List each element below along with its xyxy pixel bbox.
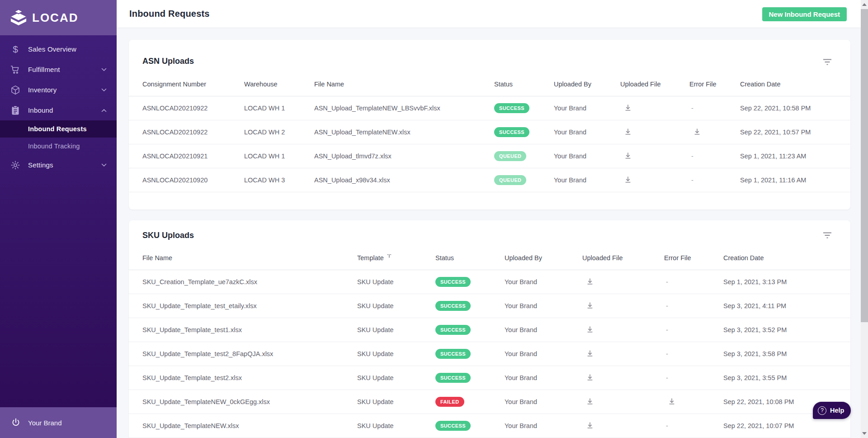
download-icon[interactable] [586,398,594,405]
error-file-cell: - [664,374,723,381]
brand-label: Your Brand [28,419,62,427]
sku-table-header: File Name Template Status Uploaded By Up… [129,246,850,270]
column-header: Uploaded File [620,81,689,88]
scroll-up-arrow-icon[interactable] [862,3,867,6]
error-file-cell: - [664,278,723,286]
logo-text: LOCAD [32,11,78,25]
template-cell: SKU Update [357,326,435,333]
download-icon[interactable] [586,326,594,333]
file-name-cell: SKU_Update_Template_test2.xlsx [142,374,357,381]
sidebar-item-sales-overview[interactable]: $ Sales Overview [0,39,117,59]
new-inbound-request-button[interactable]: New Inbound Request [762,7,847,21]
column-header-template-sort[interactable]: Template [357,254,435,262]
vertical-scrollbar[interactable] [861,0,868,438]
sidebar: LOCAD $ Sales Overview Fulfillment Inven… [0,0,117,438]
sidebar-item-settings[interactable]: Settings [0,155,117,175]
sidebar-item-inbound-tracking[interactable]: Inbound Tracking [0,138,117,155]
gear-icon [10,160,20,170]
sidebar-nav: $ Sales Overview Fulfillment Inventory I… [0,35,117,175]
warehouse-cell: LOCAD WH 1 [244,105,314,112]
chevron-down-icon [101,68,107,71]
creation-date-cell: Sep 3, 2021, 3:58 PM [723,350,837,357]
sort-ascending-icon [387,254,392,258]
file-name-cell: SKU_Update_Template_test2_8FapQJA.xlsx [142,350,357,357]
uploaded-by-cell: Your Brand [505,278,582,286]
creation-date-cell: Sep 1, 2021, 11:16 AM [740,176,837,184]
asn-card-title: ASN Uploads [142,40,850,67]
status-badge: SUCCESS [435,301,471,311]
error-file-cell: - [689,105,740,112]
creation-date-cell: Sep 22, 2021, 10:58 PM [740,105,837,112]
status-badge: SUCCESS [435,325,471,335]
column-header: Consignment Number [142,81,244,88]
table-row: SKU_Update_TemplateNEW.xlsx SKU Update S… [129,414,850,438]
download-icon[interactable] [624,152,632,159]
download-icon[interactable] [624,176,632,183]
sku-uploads-card: SKU Uploads File Name Template Status Up… [129,220,850,438]
table-row: ASNLOCAD20210922 LOCAD WH 2 ASN_Upload_T… [129,120,850,144]
warehouse-cell: LOCAD WH 3 [244,176,314,184]
sidebar-item-label: Inbound [28,106,53,114]
warehouse-cell: LOCAD WH 1 [244,152,314,160]
column-header: Status [435,254,505,262]
download-icon[interactable] [586,422,594,429]
download-icon[interactable] [586,302,594,309]
download-icon[interactable] [586,374,594,381]
download-icon[interactable] [586,350,594,357]
sidebar-subitem-label: Inbound Tracking [28,143,80,150]
sku-card-title: SKU Uploads [142,220,850,241]
error-file-cell: - [664,302,723,309]
download-icon[interactable] [668,398,675,405]
creation-date-cell: Sep 1, 2021, 11:23 AM [740,152,837,160]
download-icon[interactable] [693,128,701,135]
creation-date-cell: Sep 1, 2021, 3:13 PM [723,278,837,286]
download-icon[interactable] [624,128,632,135]
consignment-cell: ASNLOCAD20210922 [142,105,244,112]
filter-icon[interactable] [823,232,831,238]
download-icon[interactable] [586,278,594,285]
sidebar-footer-brand[interactable]: Your Brand [0,407,117,438]
uploaded-by-cell: Your Brand [505,422,582,429]
status-badge: SUCCESS [435,349,471,359]
scrollbar-thumb[interactable] [861,9,868,322]
sidebar-item-label: Settings [28,161,53,169]
status-badge: QUEUED [494,151,526,161]
template-cell: SKU Update [357,398,435,405]
uploaded-by-cell: Your Brand [505,398,582,405]
consignment-cell: ASNLOCAD20210922 [142,129,244,136]
table-row: SKU_Update_Template_test_etaily.xlsx SKU… [129,294,850,318]
column-header: Status [494,81,554,88]
uploaded-by-cell: Your Brand [505,302,582,309]
help-button[interactable]: ? Help [813,402,851,419]
sidebar-item-label: Inventory [28,86,57,94]
status-badge: SUCCESS [494,127,529,137]
sidebar-item-fulfillment[interactable]: Fulfillment [0,59,117,80]
logo[interactable]: LOCAD [0,0,117,35]
asn-table-header: Consignment Number Warehouse File Name S… [129,72,850,96]
creation-date-cell: Sep 3, 2021, 3:55 PM [723,374,837,381]
sidebar-item-inventory[interactable]: Inventory [0,80,117,100]
error-file-cell: - [689,176,740,184]
template-cell: SKU Update [357,422,435,429]
scroll-down-arrow-icon[interactable] [862,432,867,435]
file-name-cell: SKU_Update_TemplateNEW_0ckGEgg.xlsx [142,398,357,405]
template-cell: SKU Update [357,278,435,286]
status-badge: QUEUED [494,175,526,185]
sidebar-item-inbound[interactable]: Inbound [0,100,117,120]
filter-icon[interactable] [823,59,831,65]
help-label: Help [830,407,844,414]
column-header: Uploaded By [554,81,620,88]
status-badge: SUCCESS [435,421,471,431]
chevron-up-icon [101,109,107,112]
template-cell: SKU Update [357,374,435,381]
uploaded-by-cell: Your Brand [554,129,620,136]
error-file-cell: - [664,326,723,333]
column-header: Error File [664,254,723,262]
column-header: Uploaded File [582,254,664,262]
template-cell: SKU Update [357,350,435,357]
download-icon[interactable] [624,104,632,111]
sidebar-item-label: Fulfillment [28,66,60,73]
topbar: Inbound Requests New Inbound Request [117,0,861,28]
consignment-cell: ASNLOCAD20210921 [142,152,244,160]
sidebar-item-inbound-requests[interactable]: Inbound Requests [0,120,117,138]
